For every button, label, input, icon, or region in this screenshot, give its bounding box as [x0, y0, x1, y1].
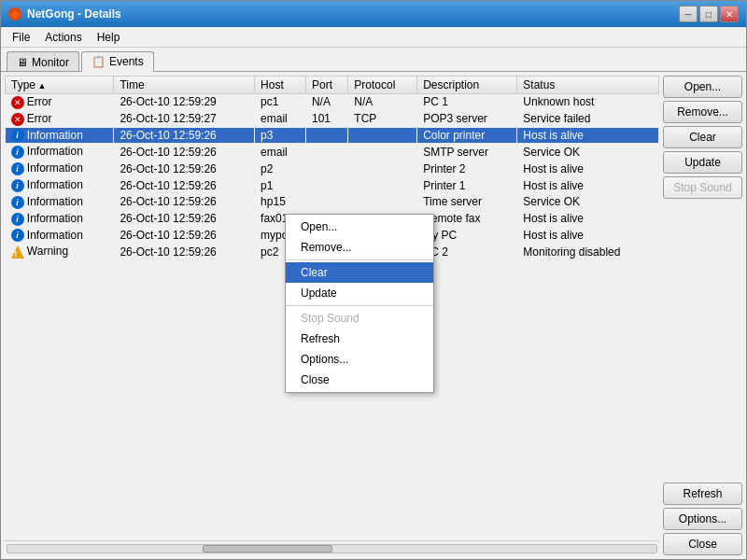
context-menu-item[interactable]: Refresh: [286, 329, 433, 349]
context-menu-item[interactable]: Clear: [286, 262, 433, 283]
cell-host: p3: [255, 127, 306, 144]
cell-description: Printer 1: [417, 177, 517, 194]
cell-host: pc1: [255, 94, 306, 111]
error-icon: [11, 113, 24, 126]
cell-port: [305, 177, 347, 194]
context-menu-item[interactable]: Open...: [286, 217, 433, 237]
cell-port: N/A: [305, 94, 347, 111]
table-row[interactable]: Information26-Oct-10 12:59:26emailSMTP s…: [6, 144, 659, 161]
cell-host: hp15: [255, 193, 306, 210]
cell-time: 26-Oct-10 12:59:26: [114, 193, 255, 210]
context-menu-separator: [286, 305, 433, 306]
cell-time: 26-Oct-10 12:59:27: [114, 110, 255, 127]
table-row[interactable]: Error26-Oct-10 12:59:29pc1N/AN/APC 1Unkn…: [6, 94, 659, 111]
context-menu-separator: [286, 259, 433, 260]
context-menu-item[interactable]: Remove...: [286, 237, 433, 258]
cell-time: 26-Oct-10 12:59:26: [114, 144, 255, 161]
menu-actions[interactable]: Actions: [37, 29, 89, 46]
minimize-button[interactable]: ─: [679, 6, 698, 22]
tab-monitor[interactable]: 🖥 Monitor: [7, 51, 79, 72]
cell-protocol: [348, 177, 417, 194]
title-bar-left: NetGong - Details: [8, 7, 121, 21]
table-row[interactable]: Error26-Oct-10 12:59:27email101TCPPOP3 s…: [6, 110, 659, 127]
cell-time: 26-Oct-10 12:59:26: [114, 210, 255, 227]
cell-status: Service failed: [517, 110, 659, 127]
context-menu-item[interactable]: Update: [286, 283, 433, 303]
update-button[interactable]: Update: [663, 151, 742, 174]
cell-port: 101: [305, 110, 347, 127]
info-icon: [11, 196, 24, 209]
menu-help[interactable]: Help: [90, 29, 128, 46]
close-button[interactable]: Close: [663, 533, 742, 555]
cell-host: p1: [255, 177, 306, 194]
cell-status: Host is alive: [517, 177, 659, 194]
remove-button[interactable]: Remove...: [663, 101, 742, 123]
scrollbar-thumb[interactable]: [203, 545, 332, 553]
context-menu-item[interactable]: Stop Sound: [286, 308, 433, 329]
table-row[interactable]: Information26-Oct-10 12:59:26p2Printer 2…: [6, 161, 659, 177]
cell-time: 26-Oct-10 12:59:26: [114, 227, 255, 244]
col-status[interactable]: Status: [517, 77, 659, 94]
cell-description: Color printer: [417, 127, 517, 144]
table-header-row: Type Time Host Port Protocol Description…: [6, 77, 659, 94]
col-description[interactable]: Description: [417, 77, 517, 94]
cell-host: email: [255, 144, 306, 161]
cell-host: p2: [255, 161, 306, 177]
col-host[interactable]: Host: [255, 77, 306, 94]
cell-protocol: [348, 193, 417, 210]
options-button[interactable]: Options...: [663, 508, 742, 530]
col-type[interactable]: Type: [6, 77, 114, 94]
cell-status: Host is alive: [517, 210, 659, 227]
cell-port: [305, 127, 347, 144]
open-button[interactable]: Open...: [663, 76, 742, 98]
cell-status: Host is alive: [517, 227, 659, 244]
info-icon: [11, 129, 24, 142]
cell-status: Monitoring disabled: [517, 244, 659, 260]
menu-bar: File Actions Help: [1, 27, 746, 48]
cell-status: Service OK: [517, 144, 659, 161]
cell-port: [305, 193, 347, 210]
scrollbar-track: [7, 544, 657, 553]
cell-description: POP3 server: [417, 110, 517, 127]
info-icon: [11, 146, 24, 159]
menu-file[interactable]: File: [5, 29, 37, 46]
col-time[interactable]: Time: [114, 77, 255, 94]
maximize-button[interactable]: □: [699, 6, 718, 22]
table-row[interactable]: Information26-Oct-10 12:59:26p1Printer 1…: [6, 177, 659, 194]
cell-status: Service OK: [517, 193, 659, 210]
cell-protocol: [348, 144, 417, 161]
cell-time: 26-Oct-10 12:59:29: [114, 94, 255, 111]
cell-status: Host is alive: [517, 127, 659, 144]
col-protocol[interactable]: Protocol: [348, 77, 417, 94]
tab-events[interactable]: 📋 Events: [81, 51, 154, 72]
warning-icon: [11, 245, 24, 259]
main-window: NetGong - Details ─ □ ✕ File Actions Hel…: [0, 0, 747, 560]
cell-description: Time server: [417, 193, 517, 210]
col-port[interactable]: Port: [305, 77, 347, 94]
cell-protocol: TCP: [348, 110, 417, 127]
info-icon: [11, 213, 24, 226]
cell-description: Printer 2: [417, 161, 517, 177]
cell-time: 26-Oct-10 12:59:26: [114, 177, 255, 194]
title-bar-controls: ─ □ ✕: [679, 6, 739, 22]
refresh-button[interactable]: Refresh: [663, 483, 742, 505]
table-row[interactable]: Information26-Oct-10 12:59:26p3Color pri…: [6, 127, 659, 144]
table-row[interactable]: Information26-Oct-10 12:59:26hp15Time se…: [6, 193, 659, 210]
tab-bar: 🖥 Monitor 📋 Events: [1, 48, 746, 72]
context-menu: Open...Remove...ClearUpdateStop SoundRef…: [285, 214, 434, 393]
cell-port: [305, 144, 347, 161]
cell-time: 26-Oct-10 12:59:26: [114, 161, 255, 177]
content-area: Type Time Host Port Protocol Description…: [1, 71, 746, 559]
close-window-button[interactable]: ✕: [720, 6, 739, 22]
context-menu-item[interactable]: Options...: [286, 349, 433, 370]
cell-time: 26-Oct-10 12:59:26: [114, 244, 255, 260]
context-menu-item[interactable]: Close: [286, 370, 433, 390]
cell-port: [305, 161, 347, 177]
clear-button[interactable]: Clear: [663, 126, 742, 148]
stop-sound-button[interactable]: Stop Sound: [663, 176, 742, 199]
window-title: NetGong - Details: [27, 7, 121, 21]
monitor-icon: 🖥: [17, 56, 28, 69]
info-icon: [11, 179, 24, 192]
events-icon: 📋: [92, 55, 106, 68]
horizontal-scrollbar[interactable]: [5, 540, 659, 555]
